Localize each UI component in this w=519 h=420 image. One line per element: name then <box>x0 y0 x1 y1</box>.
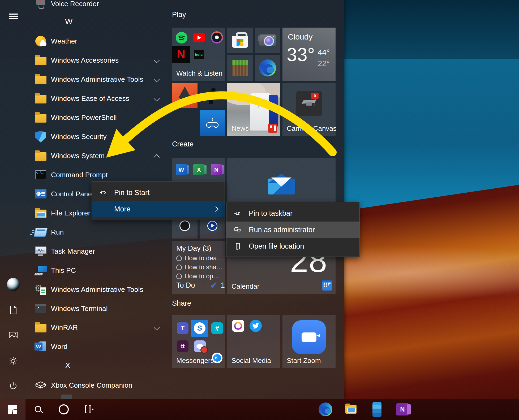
this-pc-icon <box>35 264 47 276</box>
app-item-windows-admin-tools-folder[interactable]: Windows Administrative Tools <box>27 71 165 88</box>
menu-item-label: Run as administrator <box>249 226 315 234</box>
hamburger-menu-icon[interactable] <box>7 10 20 23</box>
section-header-w[interactable]: W <box>65 17 72 26</box>
microsoft-store-icon <box>232 32 248 48</box>
check-icon: ✔ <box>211 281 217 290</box>
taskbar-edge-icon[interactable] <box>313 399 338 420</box>
app-label: Windows Ease of Access <box>51 94 129 103</box>
groupme-icon: # <box>211 322 223 334</box>
tile-messengers[interactable]: T S # ⌗ Messengers <box>172 315 225 368</box>
twitter-icon <box>250 320 262 332</box>
app-label: Windows Administrative Tools <box>51 75 143 84</box>
menu-item-open-file-location[interactable]: Open file location <box>226 238 359 254</box>
search-icon[interactable] <box>25 399 51 420</box>
app-item-windows-security[interactable]: Windows Security <box>27 128 165 145</box>
menu-item-run-as-administrator[interactable]: Run as administrator <box>226 222 359 238</box>
settings-gear-icon[interactable] <box>7 354 20 367</box>
app-item-xbox-console-companion[interactable]: Xbox Console Companion <box>27 377 165 394</box>
tile-camera[interactable] <box>255 28 280 53</box>
app-item-weather[interactable]: Weather <box>27 33 165 50</box>
command-prompt-icon: C:\_ <box>35 169 47 181</box>
weather-high: 44° <box>318 48 330 57</box>
user-avatar[interactable] <box>7 278 20 291</box>
app-item-windows-accessories[interactable]: Windows Accessories <box>27 52 165 69</box>
graduation-cap-icon: 0 <box>296 91 322 116</box>
tile-minecraft[interactable] <box>227 55 253 81</box>
mail-envelope-icon <box>268 174 295 194</box>
chevron-down-icon[interactable] <box>154 57 160 63</box>
tile-weather[interactable]: Cloudy 33° 44° 22° <box>282 28 336 81</box>
app-item-this-pc[interactable]: This PC <box>27 262 165 279</box>
tile-my-day[interactable]: My Day (3) How to dea… How to sha… How t… <box>172 241 225 294</box>
app-item-windows-terminal[interactable]: >_ Windows Terminal <box>27 300 165 317</box>
tile-sketchbook[interactable] <box>172 83 198 108</box>
documents-icon[interactable] <box>7 304 20 316</box>
onenote-icon: N <box>211 164 222 175</box>
tile-microsoft-store[interactable] <box>227 28 253 53</box>
skype-icon: S <box>191 320 208 337</box>
todo-ring-icon <box>176 256 182 261</box>
taskbar-file-explorer-icon[interactable] <box>338 399 364 420</box>
game-controller-icon <box>206 117 219 128</box>
app-label: Task Manager <box>51 247 95 256</box>
app-label: Control Panel <box>51 190 93 198</box>
app-label: Command Prompt <box>51 171 108 179</box>
app-item-command-prompt[interactable]: C:\_ Command Prompt <box>27 166 165 183</box>
taskbar-your-phone-icon[interactable] <box>364 399 390 420</box>
taskbar-onenote-icon[interactable]: N <box>390 399 415 420</box>
tile-carmen-canvas[interactable]: 0 Carmen Canvas <box>282 83 336 136</box>
app-item-windows-system[interactable]: Windows System <box>27 147 165 164</box>
tile-kindle[interactable] <box>200 83 225 108</box>
partial-app-icon <box>61 395 72 399</box>
chevron-up-icon[interactable] <box>154 154 160 161</box>
instagram-icon <box>232 320 244 332</box>
start-button[interactable] <box>0 399 25 420</box>
my-day-item: How to dea… <box>176 254 223 262</box>
open-location-icon <box>233 242 242 251</box>
app-label: File Explorer <box>51 209 91 217</box>
pin-icon <box>99 188 108 197</box>
app-label: Windows PowerShell <box>51 114 117 122</box>
run-icon <box>35 226 47 238</box>
chevron-down-icon[interactable] <box>154 76 160 83</box>
app-item-winrar[interactable]: WinRAR <box>27 319 165 336</box>
section-header-x[interactable]: X <box>65 361 70 370</box>
news-app-icon <box>268 124 277 133</box>
hulu-icon: hulu <box>194 50 204 59</box>
app-label: Voice Recorder <box>51 0 99 8</box>
tile-social-media[interactable]: Social Media <box>227 315 280 368</box>
app-item-windows-ease-of-access[interactable]: Windows Ease of Access <box>27 90 165 107</box>
tile-group-header-share[interactable]: Share <box>172 299 191 308</box>
app-label: WinRAR <box>51 323 78 332</box>
chevron-down-icon[interactable] <box>154 324 160 331</box>
news-photo-humidifier <box>250 93 271 131</box>
power-icon[interactable] <box>7 380 20 392</box>
task-view-icon[interactable] <box>76 399 102 420</box>
app-item-windows-powershell[interactable]: Windows PowerShell <box>27 109 165 126</box>
app-item-windows-admin-tools[interactable]: ⚙ Windows Administrative Tools <box>27 281 165 298</box>
app-item-word[interactable]: W Word <box>27 338 165 355</box>
menu-item-more[interactable]: More <box>92 201 225 217</box>
tile-xbox-game-bar[interactable] <box>200 110 225 136</box>
chevron-down-icon[interactable] <box>154 115 160 121</box>
tile-edge[interactable] <box>255 55 280 81</box>
tile-news[interactable]: News <box>227 83 280 136</box>
menu-item-pin-to-start[interactable]: Pin to Start <box>92 184 225 201</box>
folder-icon <box>35 92 47 105</box>
tile-watch-and-listen[interactable]: N hulu Watch & Listen <box>172 28 225 81</box>
app-label: Run <box>51 228 64 236</box>
pencil-icon <box>177 86 193 105</box>
tile-group-header-create[interactable]: Create <box>172 140 194 148</box>
chevron-down-icon[interactable] <box>154 96 160 102</box>
xbox-icon <box>35 379 47 391</box>
tile-group-header-play[interactable]: Play <box>172 11 186 19</box>
pictures-icon[interactable] <box>7 329 20 341</box>
task-manager-icon <box>35 245 47 257</box>
cortana-icon[interactable] <box>51 399 76 420</box>
app-item-voice-recorder[interactable]: Voice Recorder <box>27 0 165 12</box>
todo-ring-icon <box>176 274 182 279</box>
tile-start-zoom[interactable]: Start Zoom <box>282 315 336 368</box>
app-item-task-manager[interactable]: Task Manager <box>27 243 165 260</box>
app-item-run[interactable]: Run <box>27 224 165 241</box>
menu-item-pin-to-taskbar[interactable]: Pin to taskbar <box>226 205 359 222</box>
